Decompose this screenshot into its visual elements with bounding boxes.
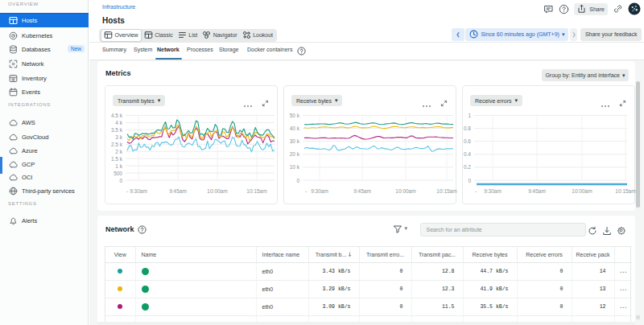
svg-text:0: 0 [119,178,122,183]
svg-text:1 k: 1 k [115,163,122,169]
svg-text:10:15am: 10:15am [615,188,635,194]
svg-text:0.4: 0.4 [464,151,471,157]
svg-text:1.5 k: 1.5 k [111,156,123,162]
svg-text:4.5 k: 4.5 k [111,113,123,118]
svg-text:10:15am: 10:15am [246,188,266,194]
svg-text:9:45am: 9:45am [528,188,546,194]
svg-text:40 k: 40 k [290,125,300,131]
svg-text:10:00am: 10:00am [207,188,227,194]
svg-text:20 k: 20 k [290,151,300,157]
svg-text:-: - [305,188,307,194]
svg-text:0.2: 0.2 [464,164,471,170]
svg-text:1: 1 [468,113,471,118]
svg-text:0.8: 0.8 [464,125,471,131]
svg-text:10:15am: 10:15am [436,188,456,194]
svg-text:500: 500 [114,171,122,176]
svg-text:9:30am: 9:30am [484,188,502,194]
svg-text:10 k: 10 k [290,164,300,170]
svg-text:50 k: 50 k [290,113,300,118]
svg-text:9:30am: 9:30am [311,188,328,194]
svg-text:9:45am: 9:45am [353,188,371,194]
svg-text:9:30am: 9:30am [130,188,147,194]
svg-text:4 k: 4 k [115,120,122,125]
svg-text:3 k: 3 k [115,134,122,140]
svg-text:10:00am: 10:00am [395,188,415,194]
svg-text:-: - [126,188,128,194]
svg-text:0: 0 [468,178,471,183]
svg-text:-: - [475,188,477,194]
svg-text:0: 0 [296,178,299,183]
svg-text:9:45am: 9:45am [169,188,187,194]
svg-text:0.6: 0.6 [464,138,471,144]
svg-text:3.5 k: 3.5 k [111,127,123,133]
svg-text:2 k: 2 k [115,149,122,154]
svg-text:2.5 k: 2.5 k [111,142,123,147]
svg-text:30 k: 30 k [290,138,300,144]
svg-text:10:00am: 10:00am [572,188,592,194]
